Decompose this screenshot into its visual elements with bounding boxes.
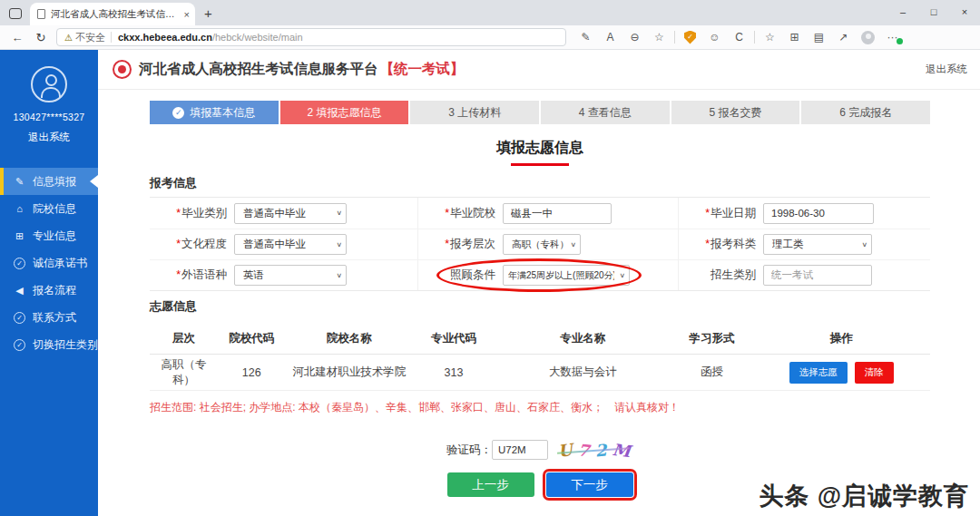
step-pay-fee[interactable]: 5 报名交费 [671, 101, 800, 124]
speaker-icon: ◀ [13, 285, 26, 297]
sidebar-item-signup-process[interactable]: ◀ 报名流程 [0, 277, 98, 304]
header-logout-link[interactable]: 退出系统 [926, 63, 967, 76]
select-value: 理工类 [772, 238, 857, 251]
tab-workspace-icon[interactable] [9, 8, 22, 19]
more-menu-icon[interactable]: ··· [880, 31, 905, 44]
close-button[interactable]: × [949, 0, 980, 25]
table-header-row: 层次 院校代码 院校名称 专业代码 专业名称 学习形式 操作 [150, 324, 930, 355]
user-id: 130427****5327 [14, 112, 85, 122]
collections-icon[interactable]: ⊞ [782, 31, 807, 44]
sidebar-logout-link[interactable]: 退出系统 [28, 131, 70, 144]
title-underline [511, 163, 569, 166]
favorite-star-icon[interactable]: ☆ [647, 31, 671, 44]
site-header: 河北省成人高校招生考试信息服务平台 【统一考试】 退出系统 [98, 50, 980, 90]
pen-icon[interactable]: ✎ [573, 31, 598, 44]
select-value: 年满25周岁以上(照顾20分) [508, 269, 614, 282]
step-finish[interactable]: 6 完成报名 [801, 101, 930, 124]
sidebar-item-contact[interactable]: ✓ 联系方式 [0, 304, 98, 331]
captcha-label: 验证码： [446, 443, 492, 458]
cell-actions: 选择志愿 清除 [753, 362, 930, 384]
toolbar-divider [754, 31, 755, 44]
face-extension-icon[interactable]: ☺ [702, 31, 727, 44]
select-volunteer-button[interactable]: 选择志愿 [789, 362, 848, 384]
field-foreign-language: *外语语种 英语 ∨ [150, 260, 417, 290]
browser-tab[interactable]: 河北省成人高校招生考试信息服 × [30, 3, 195, 25]
sidebar-item-label: 院校信息 [33, 201, 76, 217]
step-volunteer-info[interactable]: 2 填报志愿信息 [280, 101, 409, 124]
sidebar-item-label: 报名流程 [33, 283, 76, 298]
profile-avatar[interactable] [861, 31, 875, 44]
step-upload-materials[interactable]: 3 上传材料 [410, 101, 539, 124]
site-title: 河北省成人高校招生考试信息服务平台 [139, 60, 378, 79]
sidebar-item-label: 专业信息 [33, 229, 76, 244]
new-tab-button[interactable]: + [204, 5, 212, 21]
tab-title: 河北省成人高校招生考试信息服 [51, 8, 181, 21]
field-label: 外语语种 [181, 268, 227, 281]
foreign-language-select[interactable]: 英语 ∨ [234, 265, 347, 286]
required-marker: * [445, 238, 449, 250]
next-step-button[interactable]: 下一步 [546, 472, 633, 497]
section-apply-info: 报考信息 [150, 175, 930, 197]
field-label: 报考科类 [710, 238, 756, 250]
field-preferential-condition: 照顾条件 年满25周岁以上(照顾20分) ∨ [417, 260, 678, 290]
shield-check-icon: ✓ [14, 258, 25, 269]
sidebar-item-school-info[interactable]: ⌂ 院校信息 [0, 195, 98, 222]
journal-icon[interactable]: ▤ [807, 31, 831, 44]
captcha-char: M [612, 439, 632, 460]
chevron-down-icon: ∨ [619, 272, 625, 279]
sidebar-item-major-info[interactable]: ⊞ 专业信息 [0, 222, 98, 249]
education-level-select[interactable]: 普通高中毕业 ∨ [234, 234, 347, 255]
step-label: 2 填报志愿信息 [308, 105, 382, 121]
prev-step-button[interactable]: 上一步 [447, 472, 534, 497]
enroll-category-input [763, 265, 872, 286]
form-row: *外语语种 英语 ∨ 照顾条件 年满25周岁以上(照顾20分) ∨ [150, 259, 930, 290]
apply-level-select[interactable]: 高职（专科） ∨ [503, 234, 581, 255]
preferential-condition-select[interactable]: 年满25周岁以上(照顾20分) ∨ [503, 265, 630, 286]
check-icon: ✓ [172, 107, 184, 119]
read-aloud-icon[interactable]: A [598, 31, 622, 44]
form-row: *文化程度 普通高中毕业 ∨ *报考层次 高职（专科） ∨ [150, 229, 930, 259]
browser-window: 河北省成人高校招生考试信息服 × + – □ × ← ↻ ⚠ 不安全 ckxx.… [0, 0, 980, 516]
captcha-image[interactable]: U 7 2 M [555, 439, 633, 461]
zoom-icon[interactable]: ⊖ [622, 31, 647, 44]
c-extension-icon[interactable]: C [727, 31, 751, 44]
sidebar-item-info-fill[interactable]: ✎ 信息填报 [0, 168, 98, 195]
tab-close-icon[interactable]: × [184, 9, 190, 20]
captcha-input[interactable] [492, 440, 548, 460]
col-level: 层次 [150, 331, 218, 346]
field-education-level: *文化程度 普通高中毕业 ∨ [150, 229, 417, 259]
refresh-icon[interactable]: ↻ [29, 31, 53, 44]
field-enroll-category: 招生类别 [678, 260, 930, 290]
minimize-button[interactable]: – [887, 0, 918, 25]
address-bar[interactable]: ⚠ 不安全 ckxx.hebeea.edu.cn /hebck/website/… [56, 28, 566, 46]
required-marker: * [176, 238, 181, 250]
step-view-info[interactable]: 4 查看信息 [541, 101, 670, 124]
cell-major-code: 313 [413, 366, 495, 379]
back-icon[interactable]: ← [5, 31, 29, 44]
window-controls: – □ × [887, 0, 980, 25]
apply-category-select[interactable]: 理工类 ∨ [763, 234, 872, 255]
sidebar-item-label: 联系方式 [33, 310, 76, 326]
page-title: 填报志愿信息 [150, 139, 930, 158]
required-marker: * [705, 207, 710, 219]
sidebar-item-label: 诚信承诺书 [33, 256, 87, 271]
form-row: *毕业类别 普通高中毕业 ∨ *毕业院校 *毕业日期 [150, 198, 930, 229]
cell-study-form: 函授 [671, 365, 752, 380]
security-label: 不安全 [75, 31, 105, 44]
col-study-form: 学习形式 [671, 331, 752, 346]
field-apply-level: *报考层次 高职（专科） ∨ [417, 229, 678, 259]
graduation-school-input[interactable] [503, 203, 612, 224]
sidebar-item-integrity-letter[interactable]: ✓ 诚信承诺书 [0, 249, 98, 277]
shield-extension-icon[interactable]: ✓ [684, 31, 696, 44]
step-basic-info[interactable]: ✓ 填报基本信息 [150, 101, 279, 124]
step-label: 4 查看信息 [579, 105, 632, 121]
maximize-button[interactable]: □ [918, 0, 949, 25]
graduation-type-select[interactable]: 普通高中毕业 ∨ [234, 203, 347, 224]
field-label: 毕业类别 [181, 207, 227, 219]
favorites-bar-icon[interactable]: ☆ [758, 31, 782, 44]
chevron-down-icon: ∨ [336, 272, 342, 279]
share-icon[interactable]: ↗ [831, 31, 856, 44]
sidebar-item-switch-category[interactable]: ✓ 切换招生类别 [0, 331, 98, 358]
clear-button[interactable]: 清除 [855, 362, 894, 384]
graduation-date-input[interactable] [763, 203, 874, 224]
